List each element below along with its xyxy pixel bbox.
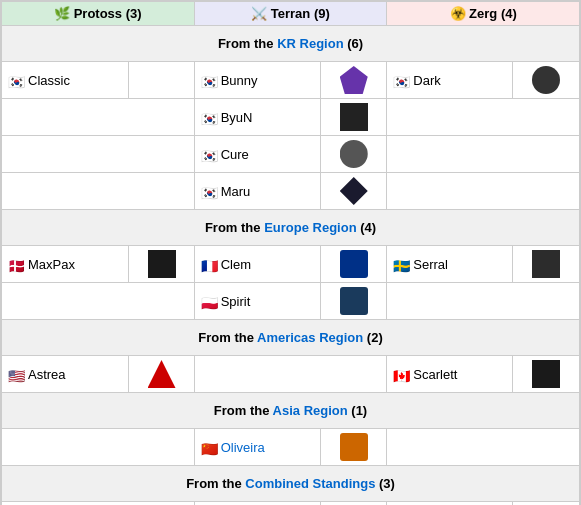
section-header: From the Americas Region (2) <box>2 320 580 356</box>
terran-player-cell: 🇫🇷Clem <box>194 246 321 283</box>
header-terran-icon: ⚔️ <box>251 6 267 21</box>
region-label: Asia Region <box>273 403 348 418</box>
flag-icon: 🇨🇦 <box>393 369 409 380</box>
header-zerg: ☣️ Zerg (4) <box>387 2 580 26</box>
protoss-empty <box>2 173 195 210</box>
zerg-empty <box>387 283 580 320</box>
terran-player-cell: 🇰🇷Bunny <box>194 62 321 99</box>
terran-player-cell: 🇨🇳Oliveira <box>194 429 321 466</box>
header-zerg-icon: ☣️ <box>450 6 466 21</box>
player-name: Serral <box>413 257 448 272</box>
player-name: Dark <box>413 73 440 88</box>
section-header: From the KR Region (6) <box>2 26 580 62</box>
terran-logo-cell <box>321 246 387 283</box>
flag-icon: 🇰🇷 <box>201 186 217 197</box>
player-name: Scarlett <box>413 367 457 382</box>
flag-icon: 🇩🇰 <box>8 259 24 270</box>
zerg-player-cell: 🇰🇷Solar <box>387 502 513 506</box>
terran-player-cell: 🇰🇷Cure <box>194 136 321 173</box>
flag-icon: 🇰🇷 <box>393 75 409 86</box>
terran-player-cell: 🇨🇳Coffee <box>194 502 321 506</box>
protoss-logo-cell <box>129 246 194 283</box>
zerg-logo-cell <box>513 356 580 393</box>
flag-icon: 🇫🇷 <box>201 259 217 270</box>
zerg-logo-cell <box>513 246 580 283</box>
player-name: Spirit <box>221 294 251 309</box>
header-protoss-icon: 🌿 <box>54 6 70 21</box>
protoss-empty <box>2 502 195 506</box>
terran-logo-cell <box>321 283 387 320</box>
protoss-player-cell: 🇩🇰MaxPax <box>2 246 129 283</box>
flag-icon: 🇰🇷 <box>8 75 24 86</box>
region-label: KR Region <box>277 36 343 51</box>
player-name: Clem <box>221 257 251 272</box>
main-container: 🌿 Protoss (3)⚔️ Terran (9)☣️ Zerg (4) Fr… <box>0 0 581 505</box>
section-header: From the Asia Region (1) <box>2 393 580 429</box>
region-label: Europe Region <box>264 220 356 235</box>
terran-logo-cell <box>321 62 387 99</box>
zerg-player-cell: 🇰🇷Dark <box>387 62 513 99</box>
protoss-empty <box>2 99 195 136</box>
flag-icon: 🇨🇳 <box>201 442 217 453</box>
flag-icon: 🇰🇷 <box>201 75 217 86</box>
player-name: Bunny <box>221 73 258 88</box>
flag-icon: 🇸🇪 <box>393 259 409 270</box>
flag-icon: 🇺🇸 <box>8 369 24 380</box>
terran-logo-cell <box>321 99 387 136</box>
flag-icon: 🇰🇷 <box>201 149 217 160</box>
zerg-empty <box>387 99 580 136</box>
player-name: Cure <box>221 147 249 162</box>
player-name: Oliveira <box>221 440 265 455</box>
terran-logo-cell <box>321 173 387 210</box>
flag-icon: 🇵🇱 <box>201 296 217 307</box>
terran-logo-cell <box>321 429 387 466</box>
protoss-empty <box>2 136 195 173</box>
protoss-player-cell: 🇺🇸Astrea <box>2 356 129 393</box>
zerg-empty <box>387 136 580 173</box>
flag-icon: 🇰🇷 <box>201 112 217 123</box>
player-name: MaxPax <box>28 257 75 272</box>
player-name: Astrea <box>28 367 66 382</box>
protoss-empty <box>2 429 195 466</box>
terran-empty <box>194 356 387 393</box>
terran-player-cell: 🇰🇷ByuN <box>194 99 321 136</box>
terran-player-cell: 🇰🇷Maru <box>194 173 321 210</box>
player-name: Classic <box>28 73 70 88</box>
terran-player-cell: 🇵🇱Spirit <box>194 283 321 320</box>
zerg-player-cell: 🇨🇦Scarlett <box>387 356 513 393</box>
protoss-logo-cell <box>129 356 194 393</box>
header-terran: ⚔️ Terran (9) <box>194 2 387 26</box>
zerg-player-cell: 🇸🇪Serral <box>387 246 513 283</box>
terran-logo-cell <box>321 136 387 173</box>
zerg-empty <box>387 429 580 466</box>
protoss-empty <box>2 283 195 320</box>
protoss-player-cell: 🇰🇷Classic <box>2 62 129 99</box>
section-header: From the Europe Region (4) <box>2 210 580 246</box>
player-name: Maru <box>221 184 251 199</box>
header-protoss: 🌿 Protoss (3) <box>2 2 195 26</box>
region-label: Combined Standings <box>245 476 375 491</box>
protoss-logo-cell <box>129 62 194 99</box>
region-label: Americas Region <box>257 330 363 345</box>
zerg-empty <box>387 173 580 210</box>
zerg-logo-cell <box>513 502 580 506</box>
player-name: ByuN <box>221 110 253 125</box>
section-header: From the Combined Standings (3) <box>2 466 580 502</box>
zerg-logo-cell <box>513 62 580 99</box>
terran-logo-cell <box>321 502 387 506</box>
